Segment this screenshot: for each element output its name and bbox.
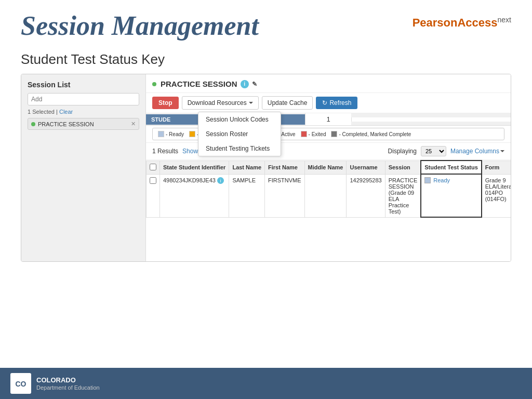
status-key-item-exited: - Exited [301,131,326,137]
displaying-label: Displaying [388,148,417,155]
status-value: Ready [433,177,450,183]
table-container: State Student Identifier Last Name First… [146,160,511,218]
select-all-checkbox[interactable] [150,164,156,170]
co-shield-logo: CO [10,373,31,394]
students-count-badge: 1 [305,113,351,125]
status-ready-box [158,131,164,137]
status-completed-label: - Completed, Marked Complete [339,131,411,137]
session-header: PRACTICE SESSION i ✎ [146,74,511,93]
results-right: Displaying 25 50 100 Manage Columns [388,146,504,156]
cell-session: PRACTICE SESSION (Grade 09 ELA Practice … [385,174,421,217]
col-header-form: Form [482,161,511,174]
status-resumed-box [189,131,195,137]
student-info-icon[interactable]: i [217,177,224,184]
ready-color-indicator [424,177,431,183]
session-title: PRACTICE SESSION i ✎ [161,79,257,88]
session-list-item[interactable]: PRACTICE SESSION ✕ [28,118,139,130]
students-table: State Student Identifier Last Name First… [146,160,511,218]
col-header-checkbox [147,161,160,174]
cell-username: 1429295283 [347,174,385,217]
cell-state-id: 4980234JKD98JE43 i [160,174,229,217]
refresh-icon: ↻ [322,99,327,107]
col-header-username: Username [347,161,385,174]
cell-form: Grade 9 ELA/Literacy 014PO (014FO) [482,174,511,217]
stop-button[interactable]: Stop [152,97,179,109]
col-header-sts: Student Test Status [421,161,481,174]
row-checkbox-cell [147,174,160,217]
col-header-middle-name: Middle Name [304,161,347,174]
main-panel: Session List 1 Selected | Clear PRACTICE… [21,74,511,262]
refresh-button[interactable]: ↻ Refresh [316,97,357,109]
status-exited-label: - Exited [309,131,326,137]
cell-middle-name [304,174,347,217]
dropdown-item-tickets[interactable]: Student Testing Tickets [198,141,281,156]
status-completed-box [331,131,337,137]
sidebar-title: Session List [28,81,139,89]
logo-area: PearsonAccessnext [413,10,511,30]
session-edit-icon[interactable]: ✎ [252,81,257,88]
footer-logo: CO COLORADO Department of Education [10,373,100,394]
manage-cols-caret [500,150,504,152]
clear-link[interactable]: Clear [59,109,73,115]
add-session-input[interactable] [28,93,139,105]
colorado-seal-icon: CO [11,374,30,393]
manage-columns-link[interactable]: Manage Columns [450,148,504,155]
status-key-item-ready: - Ready [158,131,184,137]
footer-dept-label: Department of Education [36,384,100,391]
status-ready-label: - Ready [166,131,184,137]
logo-text: PearsonAccessnext [413,16,511,30]
dropdown-item-roster[interactable]: Session Roster [198,127,281,141]
panel-inner: Session List 1 Selected | Clear PRACTICE… [21,74,511,261]
selected-count: 1 Selected | Clear [28,109,139,115]
session-remove-icon[interactable]: ✕ [131,121,136,127]
cell-student-test-status: Ready [421,174,481,217]
session-active-dot [31,122,35,126]
row-checkbox[interactable] [150,177,156,184]
results-count: 1 Results [152,148,178,155]
status-ready-container: Ready [424,177,477,183]
col-header-first-name: First Name [265,161,305,174]
toolbar: Stop Download Resources Update Cache ↻ R… [146,93,511,113]
update-cache-button[interactable]: Update Cache [262,96,313,110]
col-header-session: Session [385,161,421,174]
sidebar: Session List 1 Selected | Clear PRACTICE… [21,74,146,261]
status-key-item-completed: - Completed, Marked Complete [331,131,411,137]
status-exited-box [301,131,307,137]
session-info-icon[interactable]: i [241,80,249,88]
footer-state-label: COLORADO [36,376,100,385]
subtitle: Student Test Status Key [0,46,532,74]
session-item-label: PRACTICE SESSION [38,121,94,127]
page-header: Session Management PearsonAccessnext [0,0,532,46]
session-status-dot [152,82,156,86]
footer: CO COLORADO Department of Education [0,368,532,399]
download-dropdown-menu: Session Unlock Codes Session Roster Stud… [198,112,281,156]
dropdown-caret-icon [249,102,253,104]
page-title: Session Management [21,10,259,41]
col-header-state-id: State Student Identifier [160,161,229,174]
students-placeholder [351,117,511,122]
table-row: 4980234JKD98JE43 i SAMPLE FIRSTNVME 1429… [147,174,511,217]
footer-text-block: COLORADO Department of Education [36,376,100,391]
col-header-last-name: Last Name [229,161,265,174]
displaying-select[interactable]: 25 50 100 [421,146,446,156]
dropdown-item-unlock[interactable]: Session Unlock Codes [198,112,281,127]
download-resources-button[interactable]: Download Resources [182,96,259,110]
cell-first-name: FIRSTNVME [265,174,305,217]
svg-text:CO: CO [16,380,26,388]
cell-last-name: SAMPLE [229,174,265,217]
content-right: PRACTICE SESSION i ✎ Stop Download Resou… [146,74,511,261]
